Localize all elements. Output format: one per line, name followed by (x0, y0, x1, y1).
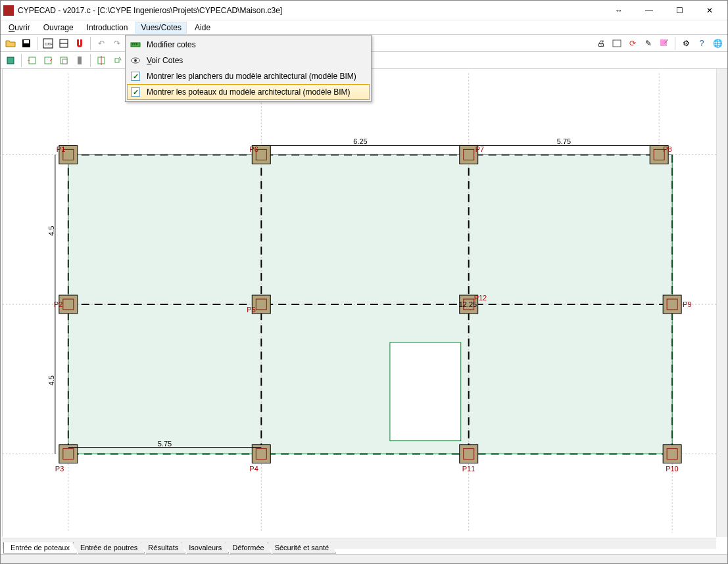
dd-modifier-cotes-label: Modifier cotes (147, 40, 196, 49)
separator (90, 37, 91, 50)
svg-point-22 (134, 59, 137, 62)
dd-modifier-cotes[interactable]: Modifier cotes (127, 37, 370, 53)
redo-icon[interactable]: ↷ (110, 36, 124, 51)
window-controls: ↔ — ☐ ✕ (604, 1, 725, 20)
tab-resultats[interactable]: Résultats (141, 542, 185, 553)
close-button[interactable]: ✕ (694, 1, 725, 20)
tab-deformee-label: Déformée (232, 544, 264, 552)
tab-resultats-label: Résultats (148, 544, 178, 552)
open-icon[interactable] (3, 36, 18, 51)
dim-4-5-b: 4.5 (47, 375, 55, 385)
svg-rect-60 (663, 445, 681, 463)
drawing-canvas[interactable]: P1 P6 P7 P8 P2 P5 P12 P9 P3 P4 P11 P10 6… (2, 69, 727, 537)
svg-rect-9 (29, 57, 36, 64)
vues-cotes-dropdown: Modifier cotes Voir Cotes ✓ Montrer les … (125, 35, 372, 102)
column-rotate-icon[interactable] (110, 53, 124, 68)
svg-rect-24 (390, 342, 461, 441)
menu-aide[interactable]: Aide (189, 22, 216, 34)
dd-montrer-poteaux[interactable]: ✓ Montrer les poteaux du modèle architec… (127, 84, 370, 100)
svg-rect-1 (24, 40, 29, 43)
sync-icon[interactable]: ↔ (604, 1, 634, 20)
column-align-icon[interactable] (94, 53, 109, 68)
label-p3: P3 (55, 465, 64, 473)
label-p4: P4 (249, 465, 258, 473)
svg-rect-17 (131, 43, 140, 47)
menu-vues-cotes-label: Vues/Cotes (141, 23, 182, 32)
label-p7: P7 (475, 145, 484, 153)
svg-rect-16 (115, 59, 119, 62)
menu-ouvrir-label: uvrir (14, 23, 30, 32)
label-p5: P5 (247, 306, 255, 314)
tab-securite-sante-label: Sécurité et santé (275, 544, 329, 552)
column-list-icon[interactable] (57, 53, 71, 68)
dim-5-75-top: 5.75 (557, 137, 571, 145)
undo-icon[interactable]: ↶ (94, 36, 109, 51)
tab-entree-poteaux[interactable]: Entrée de poteaux (3, 542, 77, 553)
minimize-button[interactable]: — (634, 1, 664, 20)
svg-rect-6 (613, 40, 621, 47)
label-p1: P1 (57, 145, 65, 153)
column-copy-icon[interactable] (41, 53, 55, 68)
svg-rect-12 (62, 59, 67, 64)
dd-montrer-poteaux-label: Montrer les poteaux du modèle architectu… (147, 87, 350, 97)
svg-rect-7 (660, 39, 667, 46)
vertical-scrollbar[interactable] (716, 69, 727, 537)
separator (675, 37, 675, 50)
column-new-icon[interactable] (3, 53, 18, 68)
separator (37, 37, 37, 50)
dim-6-25: 6.25 (353, 137, 367, 145)
svg-rect-8 (7, 57, 14, 64)
dxf-icon[interactable]: DXF (41, 36, 55, 51)
export-icon[interactable] (657, 36, 671, 51)
menu-vues-cotes[interactable]: Vues/Cotes (135, 22, 187, 34)
menu-introduction-label: Introduction (87, 23, 128, 32)
label-p8: P8 (663, 145, 671, 153)
app-icon (3, 5, 14, 16)
svg-rect-58 (460, 445, 478, 463)
globe-icon[interactable]: 🌐 (710, 36, 725, 51)
label-p11: P11 (462, 465, 475, 473)
save-icon[interactable] (19, 36, 34, 51)
tab-entree-poutres-label: Entrée de poutres (80, 544, 137, 552)
dd-montrer-planchers[interactable]: ✓ Montrer les planchers du modèle archit… (127, 68, 370, 84)
tab-entree-poteaux-label: Entrée de poteaux (11, 544, 70, 552)
eye-icon (130, 55, 141, 66)
tab-entree-poutres[interactable]: Entrée de poutres (73, 542, 145, 553)
dim-12-25: 12.25 (459, 300, 477, 308)
column-move-icon[interactable] (72, 53, 87, 68)
menu-ouvrir[interactable]: Ouvrir (3, 22, 36, 34)
checkbox-checked-icon: ✓ (130, 86, 141, 98)
dim-5-75-bot: 5.75 (158, 440, 172, 448)
refresh-icon[interactable]: ⟳ (625, 36, 640, 51)
dd-voir-cotes[interactable]: Voir Cotes (127, 53, 370, 68)
tab-deformee[interactable]: Déformée (225, 542, 271, 553)
separator (90, 54, 91, 67)
menu-aide-label: Aide (195, 23, 210, 32)
layers-icon[interactable] (57, 36, 71, 51)
checkbox-checked-icon: ✓ (130, 70, 141, 82)
dd-montrer-planchers-label: Montrer les planchers du modèle architec… (147, 72, 356, 81)
tab-securite-sante[interactable]: Sécurité et santé (268, 542, 337, 553)
menubar: Ouvrir Ouvrage Introduction Vues/Cotes A… (1, 20, 727, 35)
separator (21, 54, 22, 67)
menu-introduction[interactable]: Introduction (82, 22, 133, 34)
svg-text:DXF: DXF (45, 42, 53, 46)
tab-isovaleurs-label: Isovaleurs (189, 544, 222, 552)
print-icon[interactable]: 🖨 (594, 36, 608, 51)
maximize-button[interactable]: ☐ (664, 1, 694, 20)
svg-rect-13 (78, 57, 82, 64)
ruler-icon (130, 39, 141, 51)
preview-icon[interactable] (610, 36, 624, 51)
label-p10: P10 (666, 465, 679, 473)
dd-voir-cotes-label: Voir Cotes (147, 56, 183, 65)
magnet-icon[interactable] (72, 36, 87, 51)
column-edit-icon[interactable] (25, 53, 39, 68)
tab-isovaleurs[interactable]: Isovaleurs (182, 542, 229, 553)
window-title: CYPECAD - v2017.c - [C:\CYPE Ingenieros\… (18, 6, 604, 15)
settings-icon[interactable]: ⚙ (679, 36, 693, 51)
edit-icon[interactable]: ✎ (641, 36, 656, 51)
help-icon[interactable]: ? (694, 36, 709, 51)
label-p6: P6 (249, 145, 258, 153)
menu-ouvrage[interactable]: Ouvrage (38, 22, 79, 34)
svg-rect-52 (663, 295, 681, 314)
